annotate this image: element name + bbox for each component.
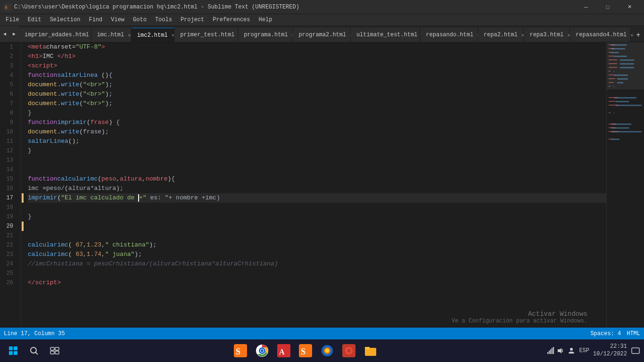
network-icon — [547, 347, 554, 354]
menu-item-find[interactable]: Find — [85, 15, 106, 25]
line-number-14: 14 — [0, 165, 17, 174]
notification-icon[interactable] — [631, 346, 640, 355]
taskbar-misc-icon[interactable] — [339, 341, 358, 360]
svg-point-17 — [261, 349, 264, 352]
tab-imprimr_edades-html[interactable]: imprimr_edades.html✕ — [19, 28, 91, 42]
task-view-button[interactable] — [45, 341, 64, 360]
window-title: C:\Users\user\Desktop\logica programacio… — [14, 4, 299, 10]
taskbar-acrobat-icon[interactable]: A — [274, 341, 293, 360]
code-line-16: imc =peso/(altura*altura); — [28, 184, 606, 193]
minimap — [606, 42, 644, 328]
code-area[interactable]: <meta charset="UTF-8"> <h1>IMC </h1> <sc… — [24, 42, 606, 328]
code-line-6: document.write("<br>"); — [28, 90, 606, 99]
taskbar-folder-icon[interactable] — [361, 341, 380, 360]
tab-repa3-html[interactable]: repa3.html✕ — [524, 28, 570, 42]
line-number-4: 4 — [0, 71, 17, 80]
svg-text:S: S — [301, 347, 305, 356]
maximize-button[interactable]: □ — [597, 0, 619, 14]
code-line-9: function imprimir(frase) { — [28, 118, 606, 127]
status-right: Spaces: 4 HTML — [590, 330, 640, 337]
line-number-2: 2 — [0, 52, 17, 61]
clock-time: 22:31 — [593, 343, 627, 351]
tab-ultimate_test-html[interactable]: ultimate_test.html✕ — [351, 28, 420, 42]
code-line-25 — [28, 269, 606, 278]
menu-item-selection[interactable]: Selection — [46, 15, 84, 25]
tab-imc2-html[interactable]: imc2.html✕ — [132, 28, 174, 42]
taskbar-sublime-icon[interactable]: S — [231, 341, 250, 360]
start-button[interactable] — [4, 341, 23, 360]
svg-rect-8 — [50, 347, 54, 350]
tab-imc-html[interactable]: imc.html✕ — [91, 28, 132, 42]
menu-item-edit[interactable]: Edit — [24, 15, 45, 25]
svg-marker-35 — [558, 348, 561, 354]
code-line-18 — [28, 203, 606, 212]
minimap-canvas — [607, 42, 644, 328]
tab-scroll-right[interactable]: ▶ — [9, 26, 19, 42]
line-number-24: 24 — [0, 259, 17, 269]
svg-rect-2 — [9, 346, 13, 350]
tab-primer_test-html[interactable]: primer_test.html✕ — [174, 28, 238, 42]
user-icon — [568, 347, 575, 354]
line-number-17: 17 — [0, 193, 17, 203]
line-number-26: 26 — [0, 278, 17, 288]
line-number-11: 11 — [0, 137, 17, 146]
new-tab-button[interactable]: + — [633, 29, 644, 42]
taskbar-right: ESP 22:31 10/12/2022 — [547, 343, 640, 358]
line-number-3: 3 — [0, 61, 17, 71]
tab-label: repa3.html — [529, 32, 563, 38]
svg-rect-5 — [14, 351, 17, 355]
taskbar-left — [4, 341, 64, 360]
tab-label: repa2.html — [484, 32, 518, 38]
menu-item-view[interactable]: View — [107, 15, 128, 25]
svg-line-7 — [35, 352, 38, 354]
tab-programa-html[interactable]: programa.html✕ — [238, 28, 293, 42]
tab-programa2-html[interactable]: programa2.html✕ — [293, 28, 351, 42]
tab-label: repasando4.html — [576, 32, 627, 38]
code-line-8: } — [28, 108, 606, 118]
line-number-18: 18 — [0, 203, 17, 212]
line-number-15: 15 — [0, 174, 17, 184]
search-button[interactable] — [25, 341, 43, 360]
system-clock[interactable]: 22:31 10/12/2022 — [593, 343, 627, 358]
system-tray-icons[interactable] — [547, 347, 575, 354]
code-line-26: </script> — [28, 278, 606, 288]
tab-repasando-html[interactable]: repasando.html✕ — [420, 28, 478, 42]
menu-item-goto[interactable]: Goto — [129, 15, 150, 25]
tab-repa2-html[interactable]: repa2.html✕ — [478, 28, 524, 42]
svg-point-27 — [347, 349, 351, 353]
taskbar-sublime2-icon[interactable]: S — [296, 341, 315, 360]
menu-bar: FileEditSelectionFindViewGotoToolsProjec… — [0, 14, 644, 26]
line-number-10: 10 — [0, 127, 17, 137]
svg-rect-34 — [553, 347, 554, 354]
tab-label: primer_test.html — [180, 32, 234, 38]
tab-scroll-left[interactable]: ◀ — [0, 26, 9, 42]
line-number-20: 20 — [0, 222, 17, 231]
svg-rect-33 — [552, 348, 553, 354]
menu-item-preferences[interactable]: Preferences — [209, 15, 254, 25]
svg-rect-29 — [365, 347, 370, 349]
menu-item-project[interactable]: Project — [177, 15, 208, 25]
close-button[interactable]: ✕ — [619, 0, 640, 14]
tab-label: ultimate_test.html — [356, 32, 418, 38]
tab-label: repasando.html — [426, 32, 473, 38]
menu-item-file[interactable]: File — [2, 15, 23, 25]
minimize-button[interactable]: ─ — [575, 0, 597, 14]
line-number-22: 22 — [0, 240, 17, 250]
line-number-9: 9 — [0, 118, 17, 127]
taskbar-chrome-icon[interactable] — [253, 341, 272, 360]
tab-label: imc2.html — [137, 32, 168, 39]
code-line-14 — [28, 165, 606, 174]
tab-repasando4-html[interactable]: repasando4.html✕ — [570, 28, 631, 42]
taskbar: S A S — [0, 339, 644, 362]
code-line-20 — [28, 222, 606, 231]
menu-item-help[interactable]: Help — [255, 15, 276, 25]
code-line-2: <h1>IMC </h1> — [28, 52, 606, 61]
clock-date: 10/12/2022 — [593, 351, 627, 358]
svg-rect-3 — [14, 346, 17, 350]
line-number-16: 16 — [0, 184, 17, 193]
taskbar-firefox-icon[interactable] — [318, 341, 337, 360]
line-number-6: 6 — [0, 90, 17, 99]
window-controls[interactable]: ─ □ ✕ — [575, 0, 640, 14]
menu-item-tools[interactable]: Tools — [151, 15, 176, 25]
code-line-22: calcularimc( 67,1.23 ," chistiana"); — [28, 240, 606, 250]
